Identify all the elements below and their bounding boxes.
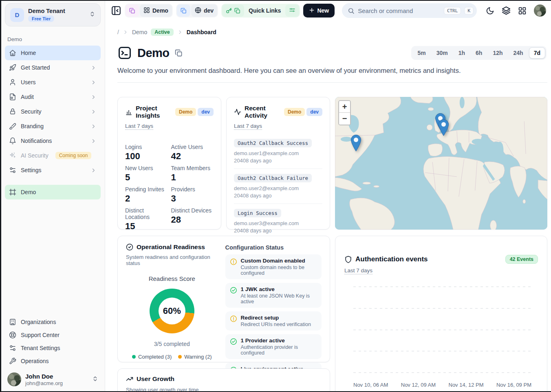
completed-dot xyxy=(132,355,136,359)
sidebar-item-label: Home xyxy=(21,50,36,56)
period-label[interactable]: Last 7 days xyxy=(125,123,153,130)
activity-item[interactable]: Login Success demo.user3@example.com 204… xyxy=(234,209,322,239)
breadcrumb-root[interactable]: / xyxy=(117,29,119,35)
layers-icon[interactable] xyxy=(502,6,511,15)
quick-links-button[interactable]: Quick Links xyxy=(245,4,284,17)
apps-grid-icon[interactable] xyxy=(518,7,527,15)
sidebar-item-security[interactable]: Security xyxy=(5,104,101,119)
circle-check-icon xyxy=(126,243,133,251)
stat-active-users: Active Users42 xyxy=(171,144,214,165)
dark-mode-toggle[interactable] xyxy=(486,7,494,15)
user-growth-card: User Growth Showing user growth over tim… xyxy=(117,368,330,392)
quick-links-settings-button[interactable] xyxy=(285,4,299,17)
event-type-pill: Oauth2 Callback Success xyxy=(234,139,312,147)
map-zoom-control: + − xyxy=(338,100,351,125)
range-7d[interactable]: 7d xyxy=(529,47,545,59)
tenant-switcher[interactable]: D Demo Tenant Free Tier xyxy=(5,3,101,26)
breadcrumb-project[interactable]: Demo xyxy=(132,29,147,35)
project-selector[interactable]: Demo xyxy=(140,4,172,17)
sidebar-item-support-center[interactable]: Support Center xyxy=(5,328,101,342)
sidebar-item-label: Users xyxy=(21,79,36,85)
dashboard-grid: Project Insights Demo dev Last 7 days Lo… xyxy=(117,97,547,392)
sidebar-section-label: Demo xyxy=(7,36,98,42)
project-label: Demo xyxy=(152,7,168,14)
copy-title-button[interactable] xyxy=(175,49,183,57)
period-label[interactable]: Last 7 days xyxy=(234,123,262,130)
x-tick: Nov 12, 09 AM xyxy=(401,382,436,388)
activity-list: Oauth2 Callback Success demo.user1@examp… xyxy=(234,139,322,239)
sidebar-spacer xyxy=(5,199,101,315)
sidebar-item-notifications[interactable]: Notifications xyxy=(5,134,101,148)
collapse-sidebar-button[interactable] xyxy=(111,5,121,16)
map-marker[interactable] xyxy=(439,119,449,136)
sidebar-item-users[interactable]: Users xyxy=(5,75,101,90)
sidebar-item-label: Branding xyxy=(21,123,44,129)
sidebar-item-tenant-settings[interactable]: Tenant Settings xyxy=(5,342,101,355)
chevron-right-icon xyxy=(123,29,128,35)
paintbrush-icon xyxy=(9,123,16,130)
environment-badge: dev xyxy=(306,108,322,116)
legend-completed: Completed (3) xyxy=(132,354,172,360)
activity-item[interactable]: Oauth2 Callback Failure demo.user2@examp… xyxy=(234,174,322,204)
stat-logins: Logins100 xyxy=(125,144,168,165)
user-menu[interactable]: John Doe john@acme.org xyxy=(5,368,101,388)
quick-links-label: Quick Links xyxy=(249,7,281,14)
breadcrumb: / Demo Active Dashboard xyxy=(117,28,547,36)
completed-count: 3/5 completed xyxy=(126,341,218,347)
readiness-score-value: 60% xyxy=(159,298,185,324)
copy-project-id-button[interactable] xyxy=(126,4,139,17)
user-email: john@acme.org xyxy=(25,380,88,386)
environment-selector[interactable]: dev xyxy=(191,4,217,17)
sidebar-item-demo[interactable]: Demo xyxy=(5,185,101,199)
sidebar-item-label: Demo xyxy=(21,189,36,195)
title-row: Demo 5m 30m 1h 6h 12h 24h 7d xyxy=(117,46,547,60)
search-input[interactable] xyxy=(358,7,441,14)
range-30m[interactable]: 30m xyxy=(432,47,453,59)
new-button-label: New xyxy=(317,7,329,14)
card-title: Project Insights xyxy=(136,105,172,119)
period-label[interactable]: Last 7 days xyxy=(344,267,372,274)
copy-environment-id-button[interactable] xyxy=(177,4,190,17)
alert-circle-icon xyxy=(230,258,237,276)
copy-keys-button[interactable] xyxy=(222,4,244,17)
trending-up-icon xyxy=(126,375,133,383)
readiness-score-label: Readiness Score xyxy=(126,275,218,282)
sidebar-item-branding[interactable]: Branding xyxy=(5,119,101,134)
map-marker[interactable] xyxy=(351,135,361,151)
chevron-right-icon xyxy=(90,109,97,115)
event-type-pill: Oauth2 Callback Failure xyxy=(234,174,312,182)
page-content: / Demo Active Dashboard Demo 5m 30m 1h xyxy=(105,21,551,392)
activity-item[interactable]: Oauth2 Callback Success demo.user1@examp… xyxy=(234,139,322,169)
range-1h[interactable]: 1h xyxy=(454,47,470,59)
chart-gridlines xyxy=(353,287,532,373)
window-edge-left xyxy=(0,0,1,392)
sidebar-item-audit[interactable]: Audit xyxy=(5,90,101,104)
map-zoom-in-button[interactable]: + xyxy=(339,101,350,113)
range-6h[interactable]: 6h xyxy=(471,47,487,59)
range-12h[interactable]: 12h xyxy=(488,47,507,59)
event-user: demo.user1@example.com xyxy=(234,150,322,156)
wrench-icon xyxy=(9,357,16,365)
environment-badge: dev xyxy=(198,108,214,116)
sidebar-item-home[interactable]: Home xyxy=(5,46,101,60)
sidebar-item-settings[interactable]: Settings xyxy=(5,163,101,177)
chevron-right-icon xyxy=(90,123,97,129)
legend-warning: Warning (2) xyxy=(178,354,212,360)
card-title: Operational Readiness xyxy=(137,243,205,251)
status-badge: Active xyxy=(151,28,174,36)
range-5m[interactable]: 5m xyxy=(412,47,430,59)
new-button[interactable]: New xyxy=(303,4,335,18)
operational-readiness-card: Operational Readiness System readiness a… xyxy=(117,236,330,362)
topbar-avatar[interactable] xyxy=(534,4,546,17)
config-item-redirect: Redirect setupRedirect URIs need verific… xyxy=(225,311,322,331)
range-24h[interactable]: 24h xyxy=(509,47,528,59)
locations-map[interactable]: + − xyxy=(335,97,547,230)
topbar-right xyxy=(486,4,546,17)
sidebar-item-organizations[interactable]: Organizations xyxy=(5,315,101,328)
chevron-right-icon xyxy=(90,138,97,144)
sidebar-item-operations[interactable]: Operations xyxy=(5,355,101,368)
auth-events-chart: Nov 10, 06 AM Nov 12, 09 AM Nov 14, 12 P… xyxy=(344,287,538,388)
sidebar-item-get-started[interactable]: Get Started xyxy=(5,60,101,75)
activity-icon xyxy=(234,108,241,116)
map-zoom-out-button[interactable]: − xyxy=(339,113,350,125)
